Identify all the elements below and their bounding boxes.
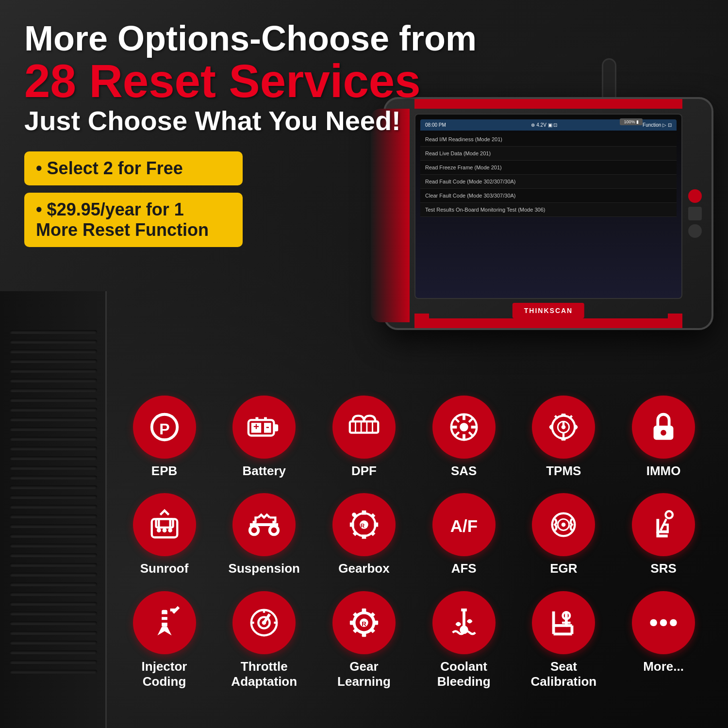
title-line3: Just Choose What You Need! bbox=[24, 104, 704, 137]
badge-paid: $29.95/year for 1More Reset Function bbox=[24, 193, 243, 247]
badge-free: Select 2 for Free bbox=[24, 151, 243, 185]
title-line1: More Options-Choose from bbox=[24, 19, 704, 58]
badges-section: Select 2 for Free $29.95/year for 1More … bbox=[24, 151, 243, 247]
badge-paid-text: $29.95/year for 1More Reset Function bbox=[36, 199, 209, 240]
header: More Options-Choose from 28 Reset Servic… bbox=[24, 19, 704, 137]
title-line2: 28 Reset Services bbox=[24, 58, 704, 104]
